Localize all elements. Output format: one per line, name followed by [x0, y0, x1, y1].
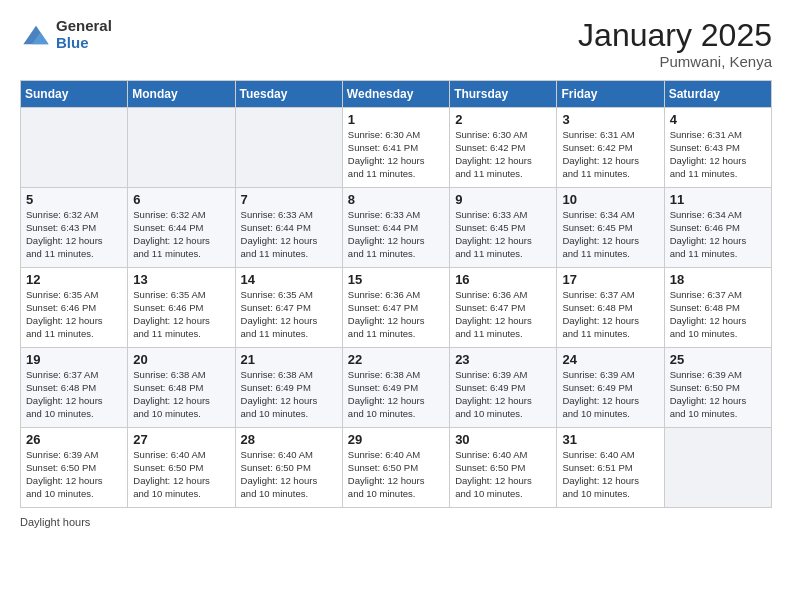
- day-number: 19: [26, 352, 122, 367]
- logo-general-text: General: [56, 18, 112, 35]
- calendar-cell: 17Sunrise: 6:37 AM Sunset: 6:48 PM Dayli…: [557, 268, 664, 348]
- day-number: 26: [26, 432, 122, 447]
- calendar-week-row: 5Sunrise: 6:32 AM Sunset: 6:43 PM Daylig…: [21, 188, 772, 268]
- calendar-cell: 9Sunrise: 6:33 AM Sunset: 6:45 PM Daylig…: [450, 188, 557, 268]
- weekday-header-friday: Friday: [557, 81, 664, 108]
- calendar-cell: 11Sunrise: 6:34 AM Sunset: 6:46 PM Dayli…: [664, 188, 771, 268]
- day-info: Sunrise: 6:39 AM Sunset: 6:50 PM Dayligh…: [670, 369, 766, 420]
- calendar-cell: 28Sunrise: 6:40 AM Sunset: 6:50 PM Dayli…: [235, 428, 342, 508]
- day-info: Sunrise: 6:35 AM Sunset: 6:46 PM Dayligh…: [133, 289, 229, 340]
- location-title: Pumwani, Kenya: [578, 53, 772, 70]
- calendar-cell: 31Sunrise: 6:40 AM Sunset: 6:51 PM Dayli…: [557, 428, 664, 508]
- calendar-cell: 10Sunrise: 6:34 AM Sunset: 6:45 PM Dayli…: [557, 188, 664, 268]
- weekday-header-thursday: Thursday: [450, 81, 557, 108]
- day-number: 6: [133, 192, 229, 207]
- logo-text: General Blue: [56, 18, 112, 51]
- calendar-cell: 4Sunrise: 6:31 AM Sunset: 6:43 PM Daylig…: [664, 108, 771, 188]
- day-number: 16: [455, 272, 551, 287]
- calendar-week-row: 1Sunrise: 6:30 AM Sunset: 6:41 PM Daylig…: [21, 108, 772, 188]
- day-info: Sunrise: 6:40 AM Sunset: 6:50 PM Dayligh…: [241, 449, 337, 500]
- day-info: Sunrise: 6:37 AM Sunset: 6:48 PM Dayligh…: [562, 289, 658, 340]
- calendar-cell: 14Sunrise: 6:35 AM Sunset: 6:47 PM Dayli…: [235, 268, 342, 348]
- day-info: Sunrise: 6:33 AM Sunset: 6:45 PM Dayligh…: [455, 209, 551, 260]
- calendar-cell: [21, 108, 128, 188]
- calendar-cell: 26Sunrise: 6:39 AM Sunset: 6:50 PM Dayli…: [21, 428, 128, 508]
- header: General Blue January 2025 Pumwani, Kenya: [20, 18, 772, 70]
- calendar-cell: 21Sunrise: 6:38 AM Sunset: 6:49 PM Dayli…: [235, 348, 342, 428]
- day-number: 11: [670, 192, 766, 207]
- day-info: Sunrise: 6:30 AM Sunset: 6:41 PM Dayligh…: [348, 129, 444, 180]
- day-number: 8: [348, 192, 444, 207]
- daylight-label: Daylight hours: [20, 516, 90, 528]
- calendar-week-row: 12Sunrise: 6:35 AM Sunset: 6:46 PM Dayli…: [21, 268, 772, 348]
- weekday-header-sunday: Sunday: [21, 81, 128, 108]
- calendar-cell: 5Sunrise: 6:32 AM Sunset: 6:43 PM Daylig…: [21, 188, 128, 268]
- day-info: Sunrise: 6:32 AM Sunset: 6:43 PM Dayligh…: [26, 209, 122, 260]
- day-info: Sunrise: 6:38 AM Sunset: 6:49 PM Dayligh…: [241, 369, 337, 420]
- day-number: 25: [670, 352, 766, 367]
- day-number: 4: [670, 112, 766, 127]
- calendar-cell: 19Sunrise: 6:37 AM Sunset: 6:48 PM Dayli…: [21, 348, 128, 428]
- day-number: 27: [133, 432, 229, 447]
- day-info: Sunrise: 6:34 AM Sunset: 6:46 PM Dayligh…: [670, 209, 766, 260]
- day-info: Sunrise: 6:37 AM Sunset: 6:48 PM Dayligh…: [26, 369, 122, 420]
- calendar-cell: 30Sunrise: 6:40 AM Sunset: 6:50 PM Dayli…: [450, 428, 557, 508]
- day-number: 23: [455, 352, 551, 367]
- day-info: Sunrise: 6:40 AM Sunset: 6:50 PM Dayligh…: [133, 449, 229, 500]
- day-number: 30: [455, 432, 551, 447]
- calendar-cell: 25Sunrise: 6:39 AM Sunset: 6:50 PM Dayli…: [664, 348, 771, 428]
- day-number: 15: [348, 272, 444, 287]
- day-number: 31: [562, 432, 658, 447]
- day-number: 12: [26, 272, 122, 287]
- day-info: Sunrise: 6:39 AM Sunset: 6:49 PM Dayligh…: [562, 369, 658, 420]
- day-number: 18: [670, 272, 766, 287]
- weekday-header-tuesday: Tuesday: [235, 81, 342, 108]
- day-number: 10: [562, 192, 658, 207]
- calendar-cell: 24Sunrise: 6:39 AM Sunset: 6:49 PM Dayli…: [557, 348, 664, 428]
- calendar-cell: 18Sunrise: 6:37 AM Sunset: 6:48 PM Dayli…: [664, 268, 771, 348]
- day-info: Sunrise: 6:36 AM Sunset: 6:47 PM Dayligh…: [348, 289, 444, 340]
- day-number: 20: [133, 352, 229, 367]
- day-number: 22: [348, 352, 444, 367]
- calendar-cell: [664, 428, 771, 508]
- day-info: Sunrise: 6:38 AM Sunset: 6:49 PM Dayligh…: [348, 369, 444, 420]
- logo-icon: [20, 19, 52, 51]
- title-block: January 2025 Pumwani, Kenya: [578, 18, 772, 70]
- day-number: 7: [241, 192, 337, 207]
- calendar-cell: 1Sunrise: 6:30 AM Sunset: 6:41 PM Daylig…: [342, 108, 449, 188]
- logo: General Blue: [20, 18, 112, 51]
- day-info: Sunrise: 6:40 AM Sunset: 6:50 PM Dayligh…: [455, 449, 551, 500]
- day-number: 17: [562, 272, 658, 287]
- day-info: Sunrise: 6:32 AM Sunset: 6:44 PM Dayligh…: [133, 209, 229, 260]
- day-info: Sunrise: 6:39 AM Sunset: 6:49 PM Dayligh…: [455, 369, 551, 420]
- calendar-cell: 7Sunrise: 6:33 AM Sunset: 6:44 PM Daylig…: [235, 188, 342, 268]
- day-info: Sunrise: 6:35 AM Sunset: 6:46 PM Dayligh…: [26, 289, 122, 340]
- day-info: Sunrise: 6:40 AM Sunset: 6:50 PM Dayligh…: [348, 449, 444, 500]
- footer: Daylight hours: [20, 516, 772, 528]
- calendar-cell: 2Sunrise: 6:30 AM Sunset: 6:42 PM Daylig…: [450, 108, 557, 188]
- calendar-table: SundayMondayTuesdayWednesdayThursdayFrid…: [20, 80, 772, 508]
- day-info: Sunrise: 6:31 AM Sunset: 6:42 PM Dayligh…: [562, 129, 658, 180]
- day-number: 14: [241, 272, 337, 287]
- day-number: 2: [455, 112, 551, 127]
- day-number: 5: [26, 192, 122, 207]
- weekday-header-row: SundayMondayTuesdayWednesdayThursdayFrid…: [21, 81, 772, 108]
- day-number: 1: [348, 112, 444, 127]
- calendar-cell: 12Sunrise: 6:35 AM Sunset: 6:46 PM Dayli…: [21, 268, 128, 348]
- day-number: 3: [562, 112, 658, 127]
- day-number: 21: [241, 352, 337, 367]
- day-info: Sunrise: 6:39 AM Sunset: 6:50 PM Dayligh…: [26, 449, 122, 500]
- day-number: 13: [133, 272, 229, 287]
- day-info: Sunrise: 6:37 AM Sunset: 6:48 PM Dayligh…: [670, 289, 766, 340]
- calendar-cell: 15Sunrise: 6:36 AM Sunset: 6:47 PM Dayli…: [342, 268, 449, 348]
- calendar-cell: 23Sunrise: 6:39 AM Sunset: 6:49 PM Dayli…: [450, 348, 557, 428]
- weekday-header-saturday: Saturday: [664, 81, 771, 108]
- day-info: Sunrise: 6:33 AM Sunset: 6:44 PM Dayligh…: [241, 209, 337, 260]
- day-number: 29: [348, 432, 444, 447]
- calendar-cell: 29Sunrise: 6:40 AM Sunset: 6:50 PM Dayli…: [342, 428, 449, 508]
- weekday-header-monday: Monday: [128, 81, 235, 108]
- day-number: 28: [241, 432, 337, 447]
- day-number: 24: [562, 352, 658, 367]
- calendar-week-row: 26Sunrise: 6:39 AM Sunset: 6:50 PM Dayli…: [21, 428, 772, 508]
- calendar-cell: 20Sunrise: 6:38 AM Sunset: 6:48 PM Dayli…: [128, 348, 235, 428]
